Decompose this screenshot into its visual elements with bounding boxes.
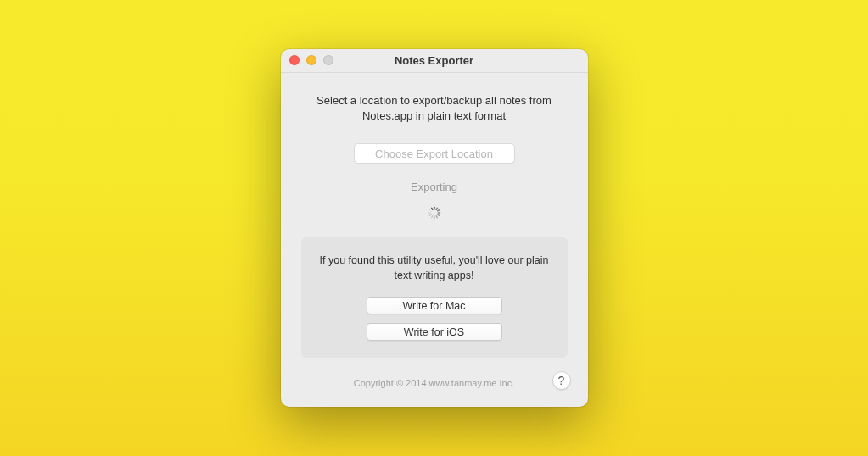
- svg-line-1: [436, 208, 437, 209]
- copyright-text: Copyright © 2014 www.tanmay.me Inc.: [354, 378, 514, 388]
- close-icon[interactable]: [289, 55, 300, 65]
- titlebar: Notes Exporter: [281, 49, 588, 73]
- status-text: Exporting: [301, 181, 568, 193]
- footer: Copyright © 2014 www.tanmay.me Inc. ?: [301, 373, 568, 393]
- svg-line-2: [437, 210, 439, 211]
- promo-text: If you found this utility useful, you'll…: [316, 253, 552, 283]
- promo-panel: If you found this utility useful, you'll…: [301, 237, 568, 358]
- spinner-icon: [427, 205, 442, 220]
- help-button[interactable]: ?: [552, 371, 571, 390]
- svg-line-7: [431, 216, 432, 218]
- choose-export-location-button[interactable]: Choose Export Location: [354, 143, 515, 164]
- maximize-icon: [323, 55, 333, 65]
- svg-line-4: [437, 214, 439, 215]
- minimize-icon[interactable]: [306, 55, 316, 65]
- traffic-lights: [289, 55, 333, 65]
- instruction-text: Select a location to export/backup all n…: [301, 93, 568, 125]
- app-window: Notes Exporter Select a location to expo…: [281, 49, 588, 408]
- write-for-mac-button[interactable]: Write for Mac: [367, 297, 502, 314]
- write-for-ios-button[interactable]: Write for iOS: [367, 323, 502, 341]
- svg-line-11: [431, 208, 432, 209]
- svg-line-10: [429, 210, 431, 211]
- window-content: Select a location to export/backup all n…: [281, 73, 588, 408]
- svg-line-8: [429, 214, 431, 215]
- svg-line-5: [436, 216, 437, 218]
